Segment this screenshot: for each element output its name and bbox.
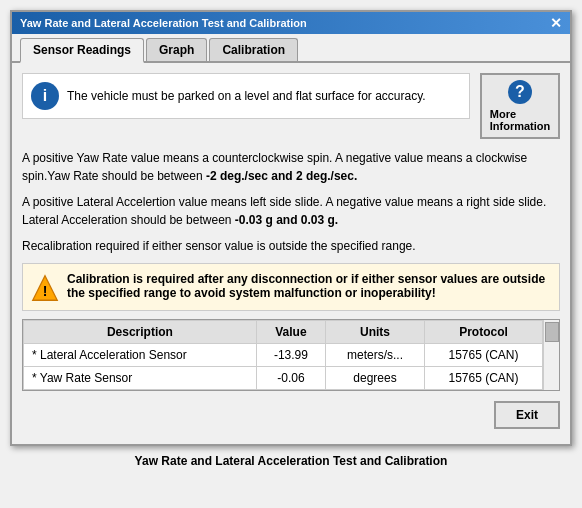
button-row: Exit: [22, 391, 560, 434]
more-info-label: MoreInformation: [490, 108, 551, 132]
yaw-rate-range: -2 deg./sec and 2 deg./sec.: [206, 169, 357, 183]
lateral-accel-range: -0.03 g and 0.03 g.: [235, 213, 338, 227]
title-bar: Yaw Rate and Lateral Acceleration Test a…: [12, 12, 570, 34]
row0-description: * Lateral Acceleration Sensor: [24, 344, 257, 367]
content-area: i The vehicle must be parked on a level …: [12, 63, 570, 444]
table-wrapper: Description Value Units Protocol * Later…: [23, 320, 559, 390]
question-icon: ?: [508, 80, 532, 104]
tab-graph[interactable]: Graph: [146, 38, 207, 61]
scrollbar[interactable]: [543, 320, 559, 390]
col-header-description: Description: [24, 321, 257, 344]
warning-box: ! Calibration is required after any disc…: [22, 263, 560, 311]
scroll-thumb[interactable]: [545, 322, 559, 342]
info-row: i The vehicle must be parked on a level …: [22, 73, 560, 139]
data-table-container: Description Value Units Protocol * Later…: [22, 319, 560, 391]
row1-protocol: 15765 (CAN): [424, 367, 542, 390]
table-row: * Yaw Rate Sensor -0.06 degrees 15765 (C…: [24, 367, 543, 390]
info-message: The vehicle must be parked on a level an…: [67, 89, 426, 103]
col-header-units: Units: [326, 321, 425, 344]
more-information-button[interactable]: ? MoreInformation: [480, 73, 560, 139]
row0-value: -13.99: [256, 344, 325, 367]
warning-icon: !: [31, 274, 59, 302]
row0-protocol: 15765 (CAN): [424, 344, 542, 367]
col-header-protocol: Protocol: [424, 321, 542, 344]
info-icon: i: [31, 82, 59, 110]
recalibration-note: Recalibration required if either sensor …: [22, 237, 560, 255]
close-button[interactable]: ✕: [550, 16, 562, 30]
row1-units: degrees: [326, 367, 425, 390]
main-window: Yaw Rate and Lateral Acceleration Test a…: [10, 10, 572, 446]
svg-text:!: !: [43, 283, 48, 299]
window-title: Yaw Rate and Lateral Acceleration Test a…: [20, 17, 307, 29]
table-scroll: Description Value Units Protocol * Later…: [23, 320, 543, 390]
table-row: * Lateral Acceleration Sensor -13.99 met…: [24, 344, 543, 367]
row0-units: meters/s...: [326, 344, 425, 367]
exit-button[interactable]: Exit: [494, 401, 560, 429]
tab-sensor-readings[interactable]: Sensor Readings: [20, 38, 144, 63]
row1-description: * Yaw Rate Sensor: [24, 367, 257, 390]
lateral-accel-description: A positive Lateral Accelertion value mea…: [22, 193, 560, 229]
row1-value: -0.06: [256, 367, 325, 390]
sensor-table: Description Value Units Protocol * Later…: [23, 320, 543, 390]
tab-bar: Sensor Readings Graph Calibration: [12, 34, 570, 63]
info-box: i The vehicle must be parked on a level …: [22, 73, 470, 119]
yaw-rate-description: A positive Yaw Rate value means a counte…: [22, 149, 560, 185]
col-header-value: Value: [256, 321, 325, 344]
warning-text: Calibration is required after any discon…: [67, 272, 551, 300]
page-caption: Yaw Rate and Lateral Acceleration Test a…: [135, 454, 448, 468]
tab-calibration[interactable]: Calibration: [209, 38, 298, 61]
